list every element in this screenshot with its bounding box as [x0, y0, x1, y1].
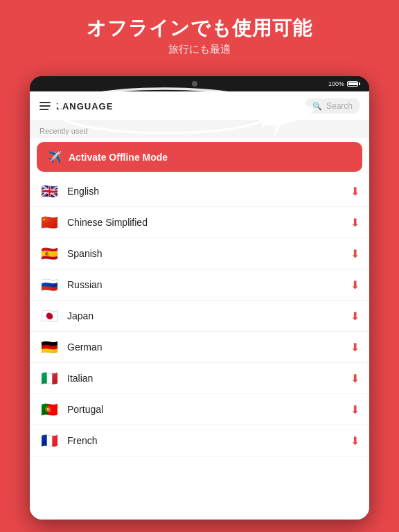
lang-item-french[interactable]: 🇫🇷 French ⬇ — [30, 425, 369, 456]
download-icon-english[interactable]: ⬇ — [351, 185, 360, 198]
lang-item-japan[interactable]: 🇯🇵 Japan ⬇ — [30, 301, 369, 332]
download-icon-spanish[interactable]: ⬇ — [351, 247, 360, 260]
app-header: LANGUAGE 🔍 Search — [30, 91, 369, 121]
flag-english: 🇬🇧 — [39, 184, 59, 198]
lang-name-russian: Russian — [67, 279, 342, 290]
lang-item-english[interactable]: 🇬🇧 English ⬇ — [30, 176, 369, 207]
lang-item-spanish[interactable]: 🇪🇸 Spanish ⬇ — [30, 238, 369, 269]
activate-btn-text: Activate Offline Mode — [69, 152, 168, 163]
lang-name-french: French — [67, 435, 342, 446]
battery-text: 100% — [328, 80, 344, 87]
search-bar[interactable]: 🔍 Search — [305, 98, 360, 114]
lang-item-russian[interactable]: 🇷🇺 Russian ⬇ — [30, 269, 369, 301]
download-icon-french[interactable]: ⬇ — [351, 434, 360, 447]
tablet-frame: 100% LANGUAGE 🔍 Search — [30, 76, 369, 520]
flag-french: 🇫🇷 — [39, 434, 59, 447]
download-icon-japan[interactable]: ⬇ — [351, 310, 360, 323]
lang-name-german: German — [67, 342, 342, 353]
search-icon: 🔍 — [312, 102, 322, 111]
menu-icon[interactable] — [39, 102, 51, 110]
battery-icon — [347, 81, 358, 87]
camera — [192, 81, 197, 87]
flag-spanish: 🇪🇸 — [39, 247, 59, 260]
download-icon-russian[interactable]: ⬇ — [351, 278, 360, 292]
lang-name-italian: Italian — [67, 373, 342, 384]
download-icon-portugal[interactable]: ⬇ — [351, 403, 360, 416]
app-header-left: LANGUAGE — [39, 101, 113, 112]
battery-fill — [348, 82, 357, 85]
language-title: LANGUAGE — [56, 101, 113, 112]
flag-chinese: 🇨🇳 — [39, 215, 59, 229]
activate-offline-button[interactable]: ✈️ Activate Offline Mode — [37, 142, 362, 172]
main-title: オフラインでも使用可能 — [14, 17, 385, 40]
tablet-content: LANGUAGE 🔍 Search Recently used ✈️ Activ… — [30, 91, 369, 520]
flag-italian: 🇮🇹 — [39, 371, 59, 385]
download-icon-german[interactable]: ⬇ — [351, 341, 360, 354]
flag-portugal: 🇵🇹 — [39, 402, 59, 416]
lang-item-german[interactable]: 🇩🇪 German ⬇ — [30, 332, 369, 363]
flag-russian: 🇷🇺 — [39, 278, 59, 292]
top-section: オフラインでも使用可能 旅行にも最適 — [0, 0, 399, 67]
flag-japan: 🇯🇵 — [39, 309, 59, 323]
lang-item-portugal[interactable]: 🇵🇹 Portugal ⬇ — [30, 394, 369, 425]
lang-name-english: English — [67, 186, 342, 197]
lang-name-portugal: Portugal — [67, 404, 342, 415]
lang-name-japan: Japan — [67, 310, 342, 321]
lang-name-spanish: Spanish — [67, 248, 342, 259]
section-label: Recently used — [30, 121, 369, 138]
lang-item-chinese[interactable]: 🇨🇳 Chinese Simplified ⬇ — [30, 207, 369, 238]
download-icon-chinese[interactable]: ⬇ — [351, 216, 360, 229]
flag-german: 🇩🇪 — [39, 340, 59, 354]
search-placeholder: Search — [326, 101, 353, 111]
status-bar: 100% — [328, 80, 358, 87]
language-list: Recently used ✈️ Activate Offline Mode 🇬… — [30, 121, 369, 520]
sub-title: 旅行にも最適 — [14, 43, 385, 56]
tablet-top-bar: 100% — [30, 76, 369, 91]
lang-name-chinese: Chinese Simplified — [67, 217, 342, 228]
lang-item-italian[interactable]: 🇮🇹 Italian ⬇ — [30, 363, 369, 394]
airplane-icon: ✈️ — [48, 150, 62, 163]
download-icon-italian[interactable]: ⬇ — [351, 372, 360, 385]
